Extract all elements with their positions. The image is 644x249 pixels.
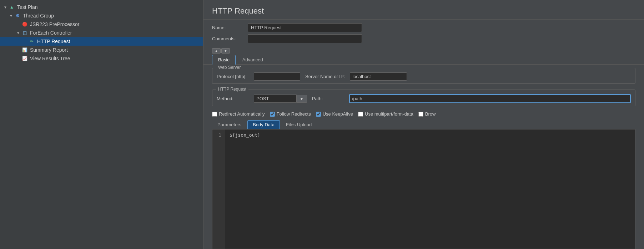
sidebar-item-test-plan[interactable]: ▼▲Test Plan (0, 3, 203, 11)
tree-label-jsr223: JSR223 PreProcessor (30, 21, 80, 27)
sub-tabs-bar: Parameters Body Data Files Upload (203, 120, 644, 129)
sidebar-item-thread-group[interactable]: ▼⚙Thread Group (0, 11, 203, 20)
use-keepalive-item: Use KeepAlive (316, 111, 353, 117)
collapse-buttons: ▲ ▼ (203, 47, 644, 55)
panel-title: HTTP Request (203, 0, 644, 20)
collapse-up-button[interactable]: ▲ (212, 48, 221, 54)
server-input[interactable] (350, 72, 407, 81)
checkboxes-row: Redirect Automatically Follow Redirects … (212, 111, 635, 117)
sidebar: ▼▲Test Plan▼⚙Thread Group🔴JSR223 PreProc… (0, 0, 203, 249)
path-label: Path: (312, 96, 344, 101)
tree-label-test-plan: Test Plan (17, 4, 38, 10)
redirect-auto-checkbox[interactable] (212, 112, 217, 117)
path-input[interactable] (349, 94, 631, 103)
web-server-title: Web Server (216, 65, 243, 70)
web-server-group: Web Server Protocol [http]: Server Name … (212, 68, 635, 84)
protocol-label: Protocol [http]: (217, 74, 249, 79)
code-content[interactable]: ${json_out} (225, 129, 635, 249)
browser-item: Brow (418, 111, 436, 117)
tab-basic[interactable]: Basic (212, 55, 236, 65)
collapse-down-button[interactable]: ▼ (221, 48, 230, 54)
code-area: 1 ${json_out} (212, 129, 635, 249)
follow-redirects-label: Follow Redirects (277, 111, 311, 117)
code-text: ${json_out} (230, 132, 260, 138)
tree-label-thread-group: Thread Group (23, 13, 54, 19)
comments-row: Comments: (212, 34, 635, 43)
method-select-wrap: POST GET PUT DELETE PATCH ▼ (254, 95, 307, 103)
method-select[interactable]: POST GET PUT DELETE PATCH (254, 95, 297, 103)
tabs-bar: Basic Advanced (203, 55, 644, 65)
tree-arrow-thread-group: ▼ (9, 14, 14, 18)
browser-checkbox[interactable] (418, 112, 423, 117)
tree-icon-view-results-tree: 📈 (21, 55, 28, 62)
use-multipart-label: Use multipart/form-data (365, 111, 413, 117)
web-server-row: Protocol [http]: Server Name or IP: (217, 72, 631, 81)
tree-icon-thread-group: ⚙ (14, 12, 21, 19)
use-keepalive-label: Use KeepAlive (323, 111, 353, 117)
use-keepalive-checkbox[interactable] (316, 112, 321, 117)
browser-label: Brow (425, 111, 436, 117)
tab-advanced[interactable]: Advanced (236, 55, 269, 64)
sidebar-item-jsr223[interactable]: 🔴JSR223 PreProcessor (0, 20, 203, 29)
comments-input[interactable] (248, 34, 362, 43)
sidebar-item-foreach[interactable]: ▼◫ForEach Controller (0, 29, 203, 37)
redirect-auto-item: Redirect Automatically (212, 111, 265, 117)
use-multipart-checkbox[interactable] (358, 112, 363, 117)
http-request-title: HTTP Request (216, 87, 248, 92)
tree-label-view-results-tree: View Results Tree (30, 56, 70, 61)
tree-icon-jsr223: 🔴 (21, 21, 28, 27)
follow-redirects-checkbox[interactable] (270, 112, 275, 117)
follow-redirects-item: Follow Redirects (270, 111, 311, 117)
tree-arrow-test-plan: ▼ (3, 5, 8, 9)
comments-label: Comments: (212, 36, 244, 41)
tree-icon-summary-report: 📊 (21, 47, 28, 53)
sidebar-item-view-results-tree[interactable]: 📈View Results Tree (0, 54, 203, 63)
name-label: Name: (212, 25, 244, 30)
sidebar-item-summary-report[interactable]: 📊Summary Report (0, 46, 203, 54)
line-numbers: 1 (212, 129, 225, 249)
sub-tab-parameters[interactable]: Parameters (212, 120, 247, 129)
tree-label-summary-report: Summary Report (30, 47, 68, 53)
tree-label-foreach: ForEach Controller (30, 30, 72, 36)
tree-icon-foreach: ◫ (21, 30, 28, 36)
main-panel: HTTP Request Name: Comments: ▲ ▼ Basic A… (203, 0, 644, 249)
protocol-input[interactable] (254, 72, 300, 81)
name-input[interactable] (248, 23, 362, 32)
sub-tab-files-upload[interactable]: Files Upload (281, 120, 317, 129)
http-request-row: Method: POST GET PUT DELETE PATCH ▼ Path… (217, 94, 631, 103)
tree-icon-http-request: ✏ (29, 38, 35, 45)
redirect-auto-label: Redirect Automatically (219, 111, 265, 117)
tree-icon-test-plan: ▲ (9, 4, 15, 10)
http-request-group: HTTP Request Method: POST GET PUT DELETE… (212, 90, 635, 106)
sidebar-item-http-request[interactable]: ✏HTTP Request (0, 37, 203, 46)
form-section: Name: Comments: (203, 20, 644, 47)
line-number-1: 1 (216, 132, 221, 138)
sub-tab-body-data[interactable]: Body Data (247, 120, 280, 129)
tree-arrow-foreach: ▼ (16, 31, 21, 35)
server-label: Server Name or IP: (305, 74, 345, 79)
tree-label-http-request: HTTP Request (37, 39, 70, 44)
method-dropdown-button[interactable]: ▼ (297, 95, 307, 103)
name-row: Name: (212, 23, 635, 32)
method-label: Method: (217, 96, 249, 101)
use-multipart-item: Use multipart/form-data (358, 111, 413, 117)
